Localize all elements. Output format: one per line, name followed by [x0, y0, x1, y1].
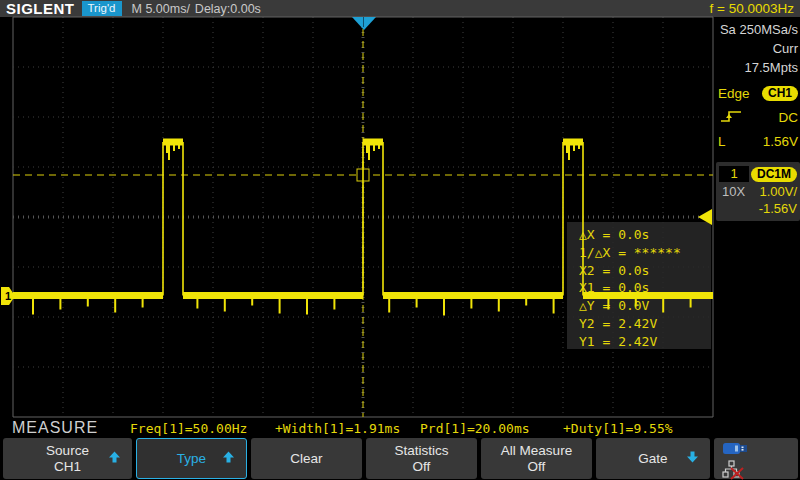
- cursor-line: △X = 0.0s: [579, 226, 711, 244]
- trigger-position-marker[interactable]: [352, 17, 376, 30]
- cursor-line: △Y = 0.0V: [579, 297, 711, 315]
- oscilloscope-screen: SIGLENT Trig'd M 5.00ms/ Delay:0.00s f =…: [0, 0, 800, 480]
- cursor-line: Y1 = 2.42V: [579, 333, 711, 351]
- cursor-line: 1/△X = ******: [579, 244, 711, 262]
- cursor-readout-panel[interactable]: △X = 0.0s 1/△X = ****** X2 = 0.0s X1 = 0…: [567, 222, 711, 349]
- cursor-line: X1 = 0.0s: [579, 279, 711, 297]
- cursor-line: Y2 = 2.42V: [579, 315, 711, 333]
- cursor-line: X2 = 0.0s: [579, 262, 711, 280]
